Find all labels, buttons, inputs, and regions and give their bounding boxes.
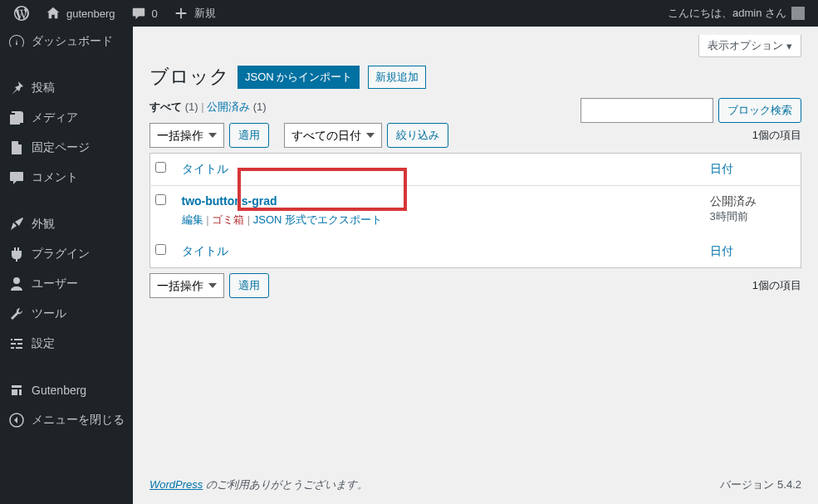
plugins-icon	[8, 246, 25, 262]
sidebar-item-dashboard[interactable]: ダッシュボード	[0, 27, 133, 56]
footer-thanks: のご利用ありがとうございます。	[203, 478, 368, 491]
comments-icon	[8, 169, 25, 186]
sidebar-item-comments[interactable]: コメント	[0, 163, 133, 193]
version-text: バージョン 5.4.2	[720, 477, 801, 492]
col-title-footer[interactable]: タイトル	[182, 244, 228, 257]
search-button[interactable]: ブロック検索	[718, 98, 801, 123]
sidebar-item-label: メディア	[32, 110, 78, 125]
bulk-apply-button[interactable]: 適用	[229, 123, 269, 148]
filter-button[interactable]: 絞り込み	[387, 123, 448, 148]
my-account-menu[interactable]: こんにちは、admin さん	[661, 0, 811, 27]
search-input[interactable]	[580, 98, 713, 123]
bulk-action-select-bottom[interactable]: 一括操作	[149, 273, 224, 298]
settings-icon	[8, 335, 25, 352]
sidebar-collapse[interactable]: メニューを閉じる	[0, 405, 133, 435]
home-icon	[45, 5, 61, 22]
users-icon	[8, 276, 25, 292]
row-export-link[interactable]: JSON 形式でエクスポート	[253, 213, 382, 226]
collapse-icon	[8, 412, 25, 428]
sidebar-item-label: 固定ページ	[32, 140, 90, 155]
select-all-checkbox[interactable]	[155, 162, 166, 173]
sidebar-item-label: ユーザー	[32, 276, 78, 291]
col-title-header[interactable]: タイトル	[182, 162, 228, 175]
sidebar-item-label: ダッシュボード	[32, 34, 113, 49]
row-trash-link[interactable]: ゴミ箱	[212, 213, 244, 226]
filter-published-count: (1)	[253, 100, 267, 113]
sidebar-item-label: プラグイン	[32, 247, 90, 262]
tools-icon	[8, 306, 25, 322]
search-box: ブロック検索	[580, 98, 801, 123]
admin-bar: gutenberg 0 新規 こんにちは、admin さん	[0, 0, 818, 27]
row-edit-link[interactable]: 編集	[182, 213, 203, 226]
col-date-header[interactable]: 日付	[710, 162, 733, 175]
comments-count: 0	[152, 7, 158, 20]
sidebar-item-media[interactable]: メディア	[0, 103, 133, 133]
pin-icon	[8, 80, 25, 96]
sidebar-item-gutenberg[interactable]: Gutenberg	[0, 375, 133, 405]
tablenav-bottom: 一括操作 適用 1個の項目	[149, 273, 801, 298]
sidebar-item-posts[interactable]: 投稿	[0, 73, 133, 103]
import-json-button[interactable]: JSON からインポート	[238, 66, 360, 89]
sidebar-collapse-label: メニューを閉じる	[32, 413, 125, 428]
row-status: 公開済み	[710, 194, 793, 209]
gutenberg-icon	[8, 382, 25, 399]
site-title: gutenberg	[66, 7, 115, 20]
screen-options-label: 表示オプション	[708, 38, 783, 53]
sidebar-item-label: 設定	[32, 336, 55, 351]
page-title: ブロック	[149, 64, 229, 90]
row-title-link[interactable]: two-buttons-grad	[182, 194, 277, 208]
media-icon	[8, 110, 25, 126]
filter-published[interactable]: 公開済み	[207, 100, 250, 113]
sidebar-item-pages[interactable]: 固定ページ	[0, 133, 133, 163]
wordpress-icon	[13, 5, 30, 22]
bulk-action-select[interactable]: 一括操作	[149, 123, 224, 148]
page-icon	[8, 139, 25, 156]
plus-icon	[173, 5, 189, 22]
row-checkbox[interactable]	[155, 194, 166, 205]
blocks-table: タイトル 日付 two-buttons-grad 編集 | ゴミ箱 | JSON…	[149, 153, 801, 268]
sidebar-item-appearance[interactable]: 外観	[0, 209, 133, 239]
wp-logo-menu[interactable]	[7, 0, 37, 27]
table-row: two-buttons-grad 編集 | ゴミ箱 | JSON 形式でエクスポ…	[150, 186, 801, 237]
chevron-down-icon: ▾	[786, 40, 792, 52]
col-date-footer[interactable]: 日付	[710, 244, 733, 257]
new-content-menu[interactable]: 新規	[166, 0, 223, 27]
sidebar-item-label: 投稿	[32, 81, 55, 95]
bulk-apply-button-bottom[interactable]: 適用	[229, 273, 269, 298]
avatar	[791, 7, 805, 20]
admin-footer: WordPress のご利用ありがとうございます。 バージョン 5.4.2	[133, 466, 818, 504]
sidebar-item-users[interactable]: ユーザー	[0, 269, 133, 299]
wordpress-link[interactable]: WordPress	[149, 478, 203, 491]
sidebar-item-settings[interactable]: 設定	[0, 329, 133, 359]
site-name-menu[interactable]: gutenberg	[38, 0, 122, 27]
howdy-text: こんにちは、admin さん	[668, 6, 786, 21]
date-filter-select[interactable]: すべての日付	[284, 123, 382, 148]
items-count-bottom: 1個の項目	[752, 278, 801, 293]
dashboard-icon	[8, 33, 25, 50]
comments-icon	[130, 5, 147, 22]
screen-options-toggle[interactable]: 表示オプション ▾	[698, 35, 801, 57]
new-label: 新規	[194, 6, 216, 21]
items-count: 1個の項目	[752, 128, 801, 143]
admin-sidebar: ダッシュボード 投稿 メディア 固定ページ コメント 外観 プラグイン ユーザー…	[0, 27, 133, 504]
add-new-button[interactable]: 新規追加	[368, 66, 426, 89]
tablenav-top: 一括操作 適用 すべての日付 絞り込み 1個の項目	[149, 123, 801, 148]
sidebar-item-label: Gutenberg	[32, 384, 86, 397]
filter-all[interactable]: すべて	[149, 100, 182, 113]
sidebar-item-label: 外観	[32, 217, 55, 232]
sidebar-item-plugins[interactable]: プラグイン	[0, 239, 133, 269]
content-area: 表示オプション ▾ ブロック JSON からインポート 新規追加 ブロック検索 …	[133, 27, 818, 504]
comments-menu[interactable]: 0	[124, 0, 164, 27]
sidebar-item-label: コメント	[32, 170, 78, 185]
appearance-icon	[8, 216, 25, 232]
row-actions: 編集 | ゴミ箱 | JSON 形式でエクスポート	[182, 213, 693, 228]
sidebar-item-tools[interactable]: ツール	[0, 299, 133, 329]
sidebar-item-label: ツール	[32, 306, 66, 321]
filter-all-count: (1)	[185, 100, 198, 113]
row-date: 3時間前	[710, 209, 793, 224]
select-all-checkbox-bottom[interactable]	[155, 244, 166, 255]
